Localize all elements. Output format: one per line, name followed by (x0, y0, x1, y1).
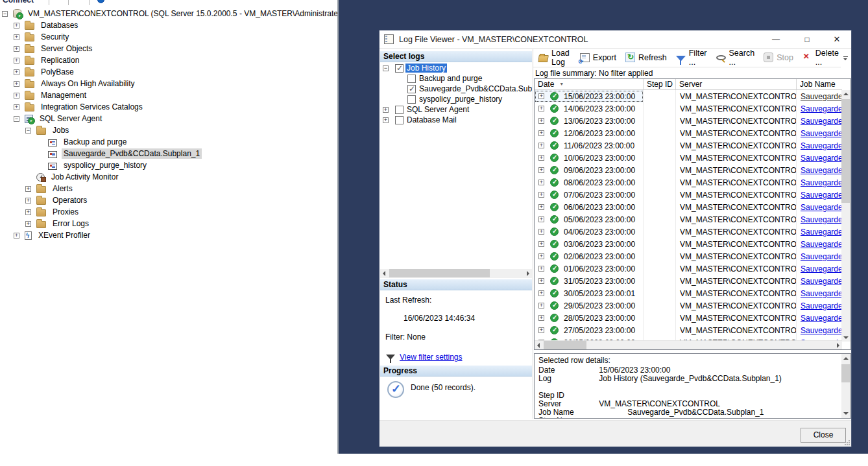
row-expander-icon[interactable] (538, 278, 544, 284)
expander-icon[interactable] (14, 69, 19, 75)
close-button[interactable]: Close (801, 428, 846, 443)
tree-item[interactable]: Server Objects (0, 43, 337, 54)
row-expander-icon[interactable] (538, 266, 544, 272)
tree-item[interactable]: Management (0, 89, 337, 101)
column-header-date[interactable]: Date▼ (535, 79, 644, 89)
job-name-link[interactable]: Sauvegarde_Pvdb&CCData.Subplan_1 (801, 240, 842, 249)
table-vertical-scrollbar[interactable] (841, 90, 850, 342)
job-name-link[interactable]: Sauvegarde_Pvdb&CCData.Subplan_1 (801, 117, 842, 126)
log-table-row[interactable]: 04/06/2023 23:00:00 VM_MASTER\CONEXTCONT… (535, 226, 842, 238)
tree-item[interactable]: Security (0, 31, 337, 43)
expander-icon[interactable] (14, 23, 19, 29)
row-expander-icon[interactable] (538, 155, 544, 161)
tree-item[interactable]: Jobs (0, 124, 337, 136)
expander-icon[interactable] (25, 198, 31, 204)
log-table-row[interactable]: 09/06/2023 23:00:00 VM_MASTER\CONEXTCONT… (535, 164, 842, 176)
expander-icon[interactable] (383, 65, 389, 71)
job-name-link[interactable]: Sauvegarde_Pvdb&CCData.Subplan_1 (801, 314, 842, 323)
checkbox[interactable] (395, 116, 404, 124)
job-name-link[interactable]: Sauvegarde_Pvdb&CCData.Subplan_1 (801, 178, 842, 187)
row-expander-icon[interactable] (538, 253, 544, 259)
scroll-left-icon[interactable] (535, 341, 543, 349)
view-filter-settings-link[interactable]: View filter settings (400, 353, 463, 362)
row-expander-icon[interactable] (538, 93, 544, 99)
tree-item[interactable]: Backup and purge (0, 136, 337, 148)
tree-item[interactable]: XEvent Profiler (0, 229, 337, 241)
job-name-link[interactable]: Sauvegarde_Pvdb&CCData.Subplan_1 (801, 326, 842, 335)
tree-item[interactable]: Replication (0, 54, 337, 66)
close-window-button[interactable]: ✕ (828, 32, 845, 47)
log-table-row[interactable]: 02/06/2023 23:00:00 VM_MASTER\CONEXTCONT… (535, 250, 842, 262)
maximize-button[interactable]: □ (799, 32, 815, 47)
row-expander-icon[interactable] (538, 315, 544, 321)
job-name-link[interactable]: Sauvegarde_Pvdb&CCData.Subplan_1 (801, 289, 842, 298)
scroll-down-icon[interactable] (841, 409, 850, 417)
expander-icon[interactable] (14, 46, 19, 52)
checkbox[interactable] (407, 75, 416, 83)
expander-icon[interactable] (14, 58, 19, 64)
log-table-row[interactable]: 15/06/2023 23:00:00 VM_MASTER\CONEXTCONT… (535, 90, 842, 102)
log-table-row[interactable]: 08/06/2023 23:00:00 VM_MASTER\CONEXTCONT… (535, 176, 842, 189)
log-table-row[interactable]: 07/06/2023 23:00:00 VM_MASTER\CONEXTCONT… (535, 189, 842, 201)
select-logs-item[interactable]: SQL Server Agent (380, 104, 532, 115)
job-name-link[interactable]: Sauvegarde_Pvdb&CCData.Subplan_1 (801, 166, 842, 175)
tree-item[interactable]: Integration Services Catalogs (0, 101, 337, 113)
connect-button[interactable]: Connect (3, 0, 34, 5)
toolbar-button[interactable]: Search ... (712, 50, 760, 65)
row-expander-icon[interactable] (538, 167, 544, 173)
log-table-row[interactable]: 10/06/2023 23:00:00 VM_MASTER\CONEXTCONT… (535, 152, 842, 164)
row-expander-icon[interactable] (538, 106, 544, 111)
checkbox[interactable] (407, 85, 416, 93)
scroll-right-icon[interactable] (834, 341, 842, 349)
expander-icon[interactable] (14, 116, 19, 122)
job-name-link[interactable]: Sauvegarde_Pvdb&CCData.Subplan_1 (801, 92, 842, 101)
expander-icon[interactable] (14, 93, 19, 99)
scrollbar-thumb[interactable] (389, 269, 490, 277)
toolbar-overflow-icon[interactable] (843, 56, 849, 63)
log-table-row[interactable]: 05/06/2023 23:00:00 VM_MASTER\CONEXTCONT… (535, 213, 842, 226)
table-horizontal-scrollbar[interactable] (535, 340, 842, 349)
job-name-link[interactable]: Sauvegarde_Pvdb&CCData.Subplan_1 (801, 154, 842, 163)
job-name-link[interactable]: Sauvegarde_Pvdb&CCData.Subplan_1 (801, 227, 842, 237)
dialog-titlebar[interactable]: Log File Viewer - VM_MASTER\CONEXTCONTRO… (380, 30, 851, 49)
tree-item[interactable]: Operators (0, 194, 337, 206)
expander-icon[interactable] (14, 34, 19, 40)
tree-item[interactable]: PolyBase (0, 66, 337, 78)
select-logs-item[interactable]: Sauvegarde_Pvdb&CCData.Subplan_1 (380, 84, 532, 94)
log-table-row[interactable]: 11/06/2023 23:00:00 VM_MASTER\CONEXTCONT… (535, 139, 842, 152)
job-name-link[interactable]: Sauvegarde_Pvdb&CCData.Subplan_1 (801, 215, 842, 224)
toolbar-button[interactable]: Stop (759, 50, 798, 65)
expander-icon[interactable] (2, 11, 8, 17)
row-expander-icon[interactable] (538, 290, 544, 296)
tree-item[interactable]: syspolicy_purge_history (0, 159, 337, 171)
scroll-up-icon[interactable] (841, 355, 850, 363)
log-table-row[interactable]: 31/05/2023 23:00:00 VM_MASTER\CONEXTCONT… (535, 275, 842, 287)
row-expander-icon[interactable] (538, 229, 544, 235)
row-expander-icon[interactable] (538, 143, 544, 148)
row-expander-icon[interactable] (538, 303, 544, 309)
log-table-row[interactable]: 06/06/2023 23:00:00 VM_MASTER\CONEXTCONT… (535, 201, 842, 213)
log-table-row[interactable]: 12/06/2023 23:00:00 VM_MASTER\CONEXTCONT… (535, 127, 842, 139)
expander-icon[interactable] (25, 186, 31, 192)
expander-icon[interactable] (383, 117, 389, 123)
log-table-row[interactable]: 01/06/2023 23:00:00 VM_MASTER\CONEXTCONT… (535, 262, 842, 275)
row-expander-icon[interactable] (538, 130, 544, 136)
toolbar-button[interactable]: Filter ... (671, 50, 712, 65)
log-table-row[interactable]: 13/06/2023 23:00:00 VM_MASTER\CONEXTCONT… (535, 115, 842, 127)
tree-item[interactable]: Proxies (0, 206, 337, 218)
resize-grip[interactable] (845, 440, 850, 445)
select-logs-item[interactable]: Database Mail (380, 115, 532, 125)
row-expander-icon[interactable] (538, 204, 544, 210)
scroll-up-icon[interactable] (841, 90, 850, 99)
log-table-row[interactable]: 28/05/2023 23:00:00 VM_MASTER\CONEXTCONT… (535, 312, 842, 324)
expander-icon[interactable] (25, 221, 31, 227)
select-logs-item[interactable]: Job History (380, 63, 532, 73)
toolbar-button[interactable]: Refresh (621, 50, 671, 65)
row-expander-icon[interactable] (538, 118, 544, 124)
row-expander-icon[interactable] (538, 192, 544, 198)
job-name-link[interactable]: Sauvegarde_Pvdb&CCData.Subplan_1 (801, 191, 842, 200)
tree-item[interactable]: Alerts (0, 183, 337, 194)
refresh-circle-icon[interactable] (97, 0, 104, 3)
column-header-server[interactable]: Server (676, 79, 797, 89)
job-name-link[interactable]: Sauvegarde_Pvdb&CCData.Subplan_1 (801, 252, 842, 261)
